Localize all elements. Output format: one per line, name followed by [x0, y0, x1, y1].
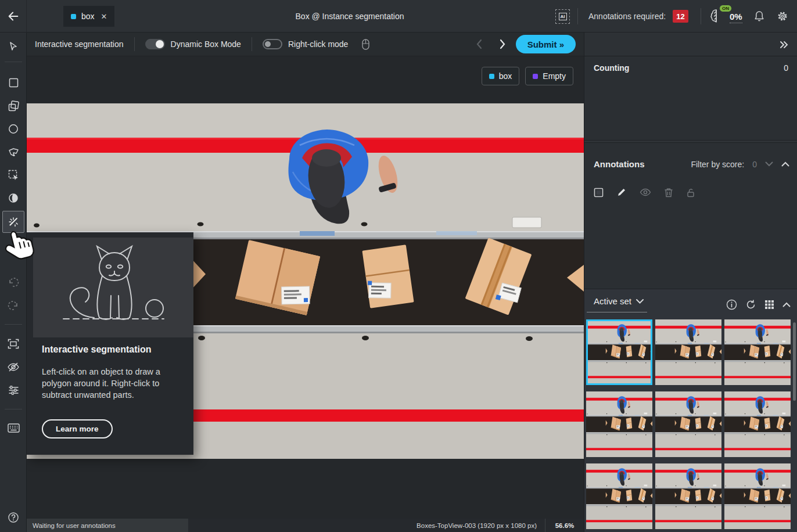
cursor-icon: [8, 41, 19, 52]
learn-more-button[interactable]: Learn more: [42, 419, 113, 438]
toggle-label: Dynamic Box Mode: [171, 39, 241, 49]
label-color-swatch: [71, 14, 76, 19]
refresh-icon[interactable]: [745, 299, 756, 310]
previous-image-button[interactable]: [472, 37, 486, 51]
divider: [134, 37, 135, 51]
thumbnail[interactable]: [655, 463, 721, 529]
annotation-app: box ✕ Box @ Instance segmentation AI Ann…: [0, 0, 797, 532]
help-icon: [8, 512, 19, 523]
divider: [5, 409, 22, 409]
submit-button[interactable]: Submit »: [516, 35, 576, 53]
undo-icon: [8, 278, 19, 288]
label-chip-text: Empty: [543, 71, 566, 81]
label-chip-empty[interactable]: Empty: [525, 67, 573, 85]
unlock-icon[interactable]: [686, 188, 695, 197]
thumbnail[interactable]: [724, 463, 791, 529]
annotations-section-header: Annotations Filter by score: 0: [584, 159, 797, 169]
dataset-section: Active set: [584, 289, 797, 532]
chevron-up-icon[interactable]: [782, 302, 791, 307]
chevron-down-icon: [636, 299, 644, 304]
divider: [577, 8, 578, 24]
redo-icon: [8, 301, 19, 311]
grid-view-icon[interactable]: [764, 300, 774, 310]
scrollbar[interactable]: [793, 322, 796, 401]
hotkeys-button[interactable]: [0, 418, 27, 438]
tooltip-illustration: [33, 238, 193, 337]
ai-icon: AI: [559, 13, 567, 20]
double-chevron-right-icon: [780, 41, 789, 49]
selection-tool[interactable]: [0, 36, 27, 57]
polygon-tool[interactable]: [0, 142, 27, 163]
active-set-label: Active set: [594, 296, 631, 306]
annotations-required-label: Annotations required:: [588, 12, 666, 21]
brain-icon: ON: [710, 8, 725, 23]
thumbnail[interactable]: [586, 463, 652, 529]
fit-to-screen-button[interactable]: [0, 333, 27, 354]
right-panel: Counting 0 Annotations Filter by score: …: [584, 33, 797, 532]
fit-screen-icon: [8, 339, 19, 349]
undo-button[interactable]: [0, 272, 27, 293]
label-chip-box[interactable]: box: [482, 67, 520, 85]
divider: [701, 8, 701, 24]
back-button[interactable]: [0, 0, 27, 33]
filter-score-value[interactable]: 0: [752, 160, 757, 169]
tab-box[interactable]: box ✕: [63, 6, 114, 27]
active-tool-name: Interactive segmentation: [35, 39, 124, 49]
toggle-label: Right-click mode: [288, 39, 348, 49]
settings-button[interactable]: [776, 10, 789, 23]
interactive-segmentation-tool[interactable]: [2, 211, 24, 233]
tool-sidebar: [0, 33, 27, 532]
label-chip-text: box: [499, 71, 512, 81]
delete-trash-icon[interactable]: [664, 188, 673, 197]
zoom-level[interactable]: 56.6%: [545, 522, 584, 529]
select-all-checkbox[interactable]: [594, 188, 604, 197]
thumbnail[interactable]: [586, 391, 652, 457]
show-hide-eye-icon[interactable]: [640, 188, 651, 196]
sliders-icon: [8, 385, 19, 396]
bounding-box-tool[interactable]: [0, 72, 27, 93]
counting-section: Counting 0: [584, 56, 797, 80]
help-button[interactable]: [0, 507, 27, 528]
annotations-required-badge: 12: [673, 10, 688, 23]
bell-icon: [754, 10, 764, 22]
info-icon[interactable]: [726, 299, 737, 310]
thumbnail[interactable]: [655, 391, 721, 457]
magic-wand-icon: [8, 216, 19, 228]
keyboard-icon: [8, 423, 20, 433]
hide-annotations-button[interactable]: [0, 357, 27, 378]
chevron-up-icon[interactable]: [781, 161, 789, 167]
active-set-dropdown[interactable]: Active set: [587, 296, 647, 312]
dataset-header: Active set: [584, 296, 797, 312]
collapse-panel-button[interactable]: [778, 38, 791, 51]
thumbnail-selected[interactable]: [586, 319, 652, 385]
status-badge-on: ON: [719, 5, 732, 12]
section-divider: [584, 140, 797, 143]
tooltip-title: Interactive segmentation: [42, 344, 152, 355]
toggle-off-switch[interactable]: [263, 39, 282, 49]
dynamic-box-mode-toggle[interactable]: Dynamic Box Mode: [145, 39, 241, 49]
ai-assistant-button[interactable]: AI: [555, 9, 570, 24]
status-message: Waiting for user annotations: [27, 519, 188, 532]
rotated-box-tool[interactable]: [0, 95, 27, 116]
thumbnail[interactable]: [724, 391, 791, 457]
thumbnail[interactable]: [724, 319, 791, 385]
image-adjustments-button[interactable]: [0, 380, 27, 401]
gear-icon: [777, 10, 788, 22]
label-color-swatch: [489, 74, 494, 79]
toggle-on-switch[interactable]: [145, 39, 165, 49]
overlapping-squares-icon: [8, 100, 19, 112]
thumbnail[interactable]: [655, 319, 721, 385]
next-image-button[interactable]: [496, 37, 509, 51]
status-bar: Waiting for user annotations Boxes-TopVi…: [27, 519, 584, 532]
detection-assistant-tool[interactable]: [0, 164, 27, 185]
right-click-mode-toggle[interactable]: Right-click mode: [263, 39, 348, 49]
edit-pencil-icon[interactable]: [616, 187, 627, 197]
credits-percent: 0%: [730, 12, 742, 23]
quick-selection-tool[interactable]: [0, 188, 27, 209]
chevron-down-icon[interactable]: [765, 161, 773, 167]
notifications-button[interactable]: [753, 10, 766, 23]
circle-tool[interactable]: [0, 118, 27, 139]
credits-indicator[interactable]: ON 0%: [710, 8, 742, 23]
redo-button[interactable]: [0, 296, 27, 317]
tab-close-icon[interactable]: ✕: [101, 12, 107, 21]
